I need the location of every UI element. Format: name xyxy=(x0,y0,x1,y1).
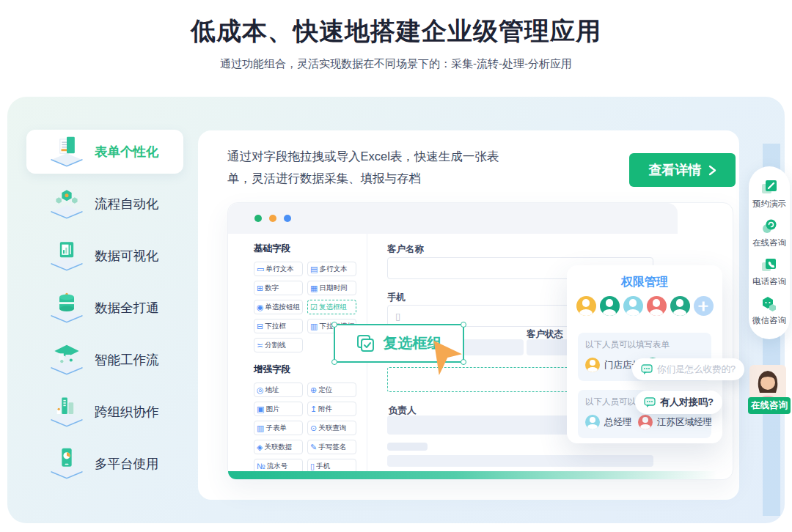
view-details-button[interactable]: 查看详情 xyxy=(629,153,736,187)
radio-group-icon: ◉ xyxy=(257,303,264,311)
sidebar-item-platform[interactable]: 多平台使用 xyxy=(26,442,183,486)
multi-line-text-icon: ▤ xyxy=(310,265,318,273)
feature-sidebar: 表单个性化 流程自动化 数 xyxy=(26,130,183,494)
window-dot-green xyxy=(254,215,262,222)
toolbar-item-demo[interactable]: 预约演示 xyxy=(752,180,786,210)
toolbar-item-label: 电话咨询 xyxy=(752,276,786,287)
multi-platform-icon xyxy=(48,445,85,483)
sidebar-item-organization[interactable]: 跨组织协作 xyxy=(26,390,183,434)
field-button: ✎手写签名 xyxy=(307,440,356,454)
sidebar-item-visualization[interactable]: 数据可视化 xyxy=(26,234,183,278)
placeholder-bar xyxy=(387,455,653,467)
datetime-icon: ▦ xyxy=(310,284,318,292)
toolbar-item-label: 微信咨询 xyxy=(752,315,786,326)
number-icon: ⊞ xyxy=(257,284,263,292)
sidebar-item-label: 跨组织协作 xyxy=(95,403,159,421)
phone-icon xyxy=(761,257,777,273)
section-title-basic: 基础字段 xyxy=(254,243,367,255)
avatar xyxy=(647,296,667,316)
toolbar-item-label: 预约演示 xyxy=(752,199,786,210)
checkbox-group-icon: ☑ xyxy=(310,303,318,311)
single-line-text-icon: ▭ xyxy=(257,265,264,273)
sidebar-item-form[interactable]: 表单个性化 xyxy=(26,130,183,174)
sidebar-item-label: 流程自动化 xyxy=(95,195,159,213)
page-subtitle: 通过功能组合，灵活实现数据在不同场景下的：采集-流转-处理-分析应用 xyxy=(0,57,792,71)
field-button: ▥子表单 xyxy=(254,421,303,435)
feature-description: 通过对字段拖拉拽或导入Excel表，快速生成一张表单，灵活进行数据采集、填报与存… xyxy=(227,145,500,189)
avatar xyxy=(623,296,643,316)
wechat-icon xyxy=(761,296,777,312)
workflow-icon xyxy=(48,185,85,223)
avatar xyxy=(585,358,600,372)
sidebar-item-data[interactable]: 数据全打通 xyxy=(26,286,183,330)
customer-name-label: 客户名称 xyxy=(387,243,424,256)
chat-icon xyxy=(644,396,656,408)
window-titlebar xyxy=(228,203,678,234)
mobile-icon: ▯ xyxy=(310,462,315,470)
sidebar-item-label: 数据全打通 xyxy=(95,299,159,317)
field-button: ◈关联数据 xyxy=(254,440,303,454)
phone-label: 手机 xyxy=(387,292,406,304)
form-icon xyxy=(48,133,85,171)
contact-toolbar: 预约演示 在线咨询 电话咨询 微信咨询 xyxy=(749,166,790,339)
sidebar-item-workflow[interactable]: 流程自动化 xyxy=(26,182,183,226)
toolbar-item-wechat[interactable]: 微信咨询 xyxy=(752,296,786,326)
avatar-row xyxy=(567,296,722,316)
field-button: ↥附件 xyxy=(307,402,356,416)
sidebar-item-label: 智能工作流 xyxy=(95,351,159,369)
sidebar-item-smartflow[interactable]: 智能工作流 xyxy=(26,338,183,382)
resize-handle xyxy=(331,359,337,365)
phone-glyph-icon: ▯ xyxy=(395,311,400,322)
chat-bubble-text: 你们是怎么收费的? xyxy=(657,363,736,376)
add-member-button[interactable] xyxy=(694,296,714,316)
window-dot-blue xyxy=(284,215,291,222)
field-button: ⊟下拉框 xyxy=(254,319,303,333)
field-button-checkbox-group: ☑复选框组 xyxy=(307,300,356,314)
chevron-right-icon xyxy=(708,165,716,176)
field-button: ⊕定位 xyxy=(307,383,356,397)
chat-bubble-text: 有人对接吗? xyxy=(660,396,714,409)
avatar xyxy=(576,296,596,316)
signature-icon: ✎ xyxy=(310,443,317,451)
window-dot-orange xyxy=(269,215,276,222)
attachment-icon: ↥ xyxy=(310,405,317,413)
checkbox-group-large-icon xyxy=(356,334,375,353)
avatar xyxy=(600,296,620,316)
enhanced-fields-grid: ◎地址 ⊕定位 ▣图片 ↥附件 ▥子表单 ⊙关联查询 ◈关联数据 ✎手写签名 №… xyxy=(254,383,367,473)
organization-icon xyxy=(48,393,85,431)
field-button: ◎地址 xyxy=(254,383,303,397)
chat-bubble: 你们是怎么收费的? xyxy=(632,358,744,380)
sidebar-item-label: 多平台使用 xyxy=(95,455,159,473)
sidebar-item-label: 表单个性化 xyxy=(95,143,159,160)
sidebar-item-label: 数据可视化 xyxy=(95,247,159,265)
chat-bubble: 有人对接吗? xyxy=(635,391,722,414)
cursor-pointer-icon xyxy=(428,341,466,385)
dropdown-icon: ⊟ xyxy=(257,322,263,330)
resize-handle xyxy=(461,322,466,328)
field-button: ≍分割线 xyxy=(254,338,303,352)
resize-handle xyxy=(331,322,337,328)
linked-query-icon: ⊙ xyxy=(310,424,317,432)
image-icon: ▣ xyxy=(257,405,264,413)
permissions-title: 权限管理 xyxy=(567,275,722,290)
avatar xyxy=(670,296,690,316)
avatar xyxy=(638,415,653,429)
toolbar-item-online-chat[interactable]: 在线咨询 xyxy=(752,218,786,248)
field-button: ▤多行文本 xyxy=(307,262,356,276)
field-button: ⊙关联查询 xyxy=(307,421,356,435)
placeholder-pill xyxy=(387,443,428,451)
smart-flow-icon xyxy=(48,341,85,379)
chart-icon xyxy=(48,237,85,275)
field-button: ▭单行文本 xyxy=(254,262,303,276)
dropdown-multi-icon: ▥ xyxy=(310,322,318,330)
online-support-tag[interactable]: 在线咨询 xyxy=(748,397,791,414)
page-title: 低成本、快速地搭建企业级管理应用 xyxy=(0,15,792,48)
field-button: ▣图片 xyxy=(254,402,303,416)
member: 江苏区域经理 xyxy=(638,415,712,429)
field-button: ◉单选按钮组 xyxy=(254,300,303,314)
address-icon: ◎ xyxy=(257,386,264,394)
view-details-label: 查看详情 xyxy=(649,161,702,179)
toolbar-item-phone[interactable]: 电话咨询 xyxy=(752,257,786,287)
linked-data-icon: ◈ xyxy=(257,443,263,451)
avatar xyxy=(585,415,600,429)
